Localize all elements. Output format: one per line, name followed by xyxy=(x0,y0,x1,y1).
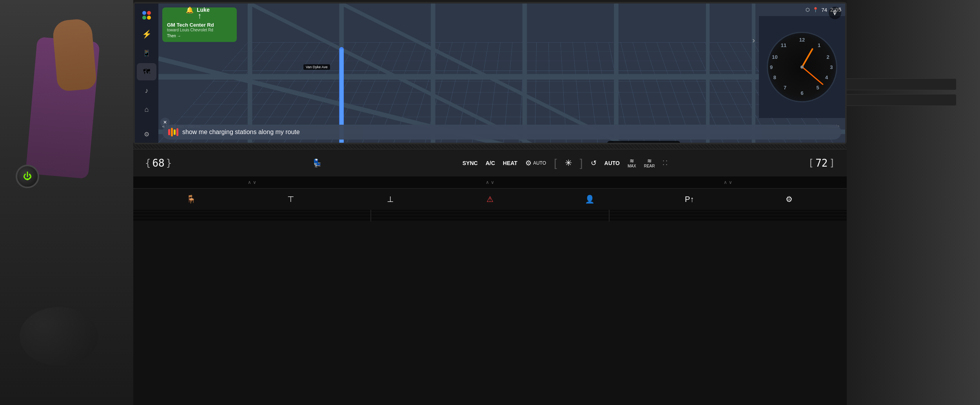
adjust-icon-2: ⊥ xyxy=(387,194,394,204)
climate-bracket-separator2: ] xyxy=(580,157,583,169)
panel-btn-3[interactable]: ⊥ xyxy=(381,191,400,207)
vent-up-right: ∧ xyxy=(724,180,727,185)
analog-clock: 12 1 2 3 4 5 6 xyxy=(767,32,837,102)
sidebar-item-home[interactable]: ⌂ xyxy=(137,101,156,118)
map-expand-chevron[interactable]: › xyxy=(752,36,755,45)
sidebar-item-ev[interactable]: ⚡ xyxy=(137,25,156,43)
defrost-rear-area[interactable]: ≋ REAR xyxy=(644,158,655,168)
infotainment-screen: ⚡ 📱 🗺 ♪ ⌂ xyxy=(135,4,845,143)
sync-button[interactable]: SYNC xyxy=(463,160,478,166)
car-interior: ⏻ xyxy=(0,0,980,405)
bottom-vents xyxy=(133,210,847,222)
config-icon: ⚙ xyxy=(786,194,793,204)
hazard-button[interactable]: ⚠ xyxy=(480,191,500,207)
climate-bracket-separator: [ xyxy=(554,157,557,169)
clock-num-9: 9 xyxy=(770,64,773,70)
fan-speed-icon: ⚙ xyxy=(525,159,532,167)
close-icon: ✕ xyxy=(163,120,167,125)
driver-temp-bracket-right: } xyxy=(166,158,172,169)
vent-tab-right xyxy=(610,210,847,222)
vent-up-center: ∧ xyxy=(486,180,489,185)
clock-minute-hand xyxy=(802,67,824,85)
vent-tab-center xyxy=(371,210,609,222)
fan-icon[interactable]: ✳ xyxy=(565,158,572,168)
adjust-icon-1: ⊤ xyxy=(287,194,294,204)
clock-hour-hand xyxy=(801,48,813,67)
panel-btn-5[interactable]: 👤 xyxy=(580,191,599,207)
below-screen: { 68 } 💺 SYNC A/C HEAT xyxy=(133,144,847,405)
button-panel: 🪑 ⊤ ⊥ ⚠ 👤 P↑ ⚙ xyxy=(133,188,847,210)
passenger-temp-area: [ 72 ] xyxy=(808,157,835,169)
clock-num-7: 7 xyxy=(784,85,786,91)
clock-face: 12 1 2 3 4 5 6 xyxy=(767,32,837,102)
clock-center-dot xyxy=(800,65,804,69)
vent-tab-left xyxy=(133,210,371,222)
voice-wave-icon xyxy=(168,128,178,136)
clock-num-5: 5 xyxy=(816,85,819,91)
clock-num-3: 3 xyxy=(830,64,833,70)
nav-then: Then → xyxy=(167,34,232,38)
sidebar-item-phone[interactable]: 📱 xyxy=(137,44,156,62)
clock-num-4: 4 xyxy=(825,74,828,80)
panel-btn-2[interactable]: ⊤ xyxy=(281,191,300,207)
clock-num-2: 2 xyxy=(826,54,829,60)
settings-icon: ⚙ xyxy=(144,131,149,138)
hand xyxy=(52,18,97,92)
power-button[interactable]: ⏻ xyxy=(16,165,39,188)
vent-arrows-center[interactable]: ∧ ∨ xyxy=(486,180,494,185)
recirculate-icon[interactable]: ↺ xyxy=(591,159,597,167)
clock-num-11: 11 xyxy=(781,42,786,48)
user-name: Luke xyxy=(197,7,210,13)
voice-assistant-bar[interactable]: show me charging stations along my route xyxy=(162,125,841,140)
sidebar-item-google-assistant[interactable] xyxy=(137,7,156,24)
mic-button[interactable]: 🎙 xyxy=(829,7,841,19)
maps-icon: 🗺 xyxy=(143,68,150,76)
park-icon: P↑ xyxy=(685,195,694,204)
driver-temp-bracket-left: { xyxy=(145,158,151,169)
panel-btn-7[interactable]: ⚙ xyxy=(779,191,799,207)
hazard-icon: ⚠ xyxy=(486,194,494,204)
left-interior: ⏻ xyxy=(0,0,149,405)
auto-button[interactable]: AUTO xyxy=(604,160,620,166)
bluetooth-icon: ⬡ xyxy=(806,7,809,13)
status-bar: 🔔 Luke ⬡ 📍 74 2:05 xyxy=(182,4,845,16)
carbon-strip xyxy=(133,144,847,149)
home-icon: ⌂ xyxy=(145,105,149,114)
sidebar-item-music[interactable]: ♪ xyxy=(137,82,156,99)
panel-btn-6[interactable]: P↑ xyxy=(680,191,699,207)
nav-street: GM Tech Center Rd xyxy=(167,22,232,28)
auto-label: AUTO xyxy=(533,160,546,166)
voice-query-text: show me charging stations along my route xyxy=(182,129,835,136)
climate-controls: SYNC A/C HEAT ⚙ AUTO [ xyxy=(463,157,668,169)
climate-bar: { 68 } 💺 SYNC A/C HEAT xyxy=(133,149,847,176)
map-background: EV Charging Station xyxy=(158,4,845,143)
heat-button[interactable]: HEAT xyxy=(503,160,517,166)
map-area: 🔔 Luke ⬡ 📍 74 2:05 xyxy=(158,4,845,143)
clock-num-6: 6 xyxy=(800,90,803,96)
vent-up-left: ∧ xyxy=(248,180,251,185)
seat-heat-icon[interactable]: 💺 xyxy=(312,158,322,168)
nav-toward: toward Louis Chevrolet Rd xyxy=(167,28,232,32)
sidebar-item-settings[interactable]: ⚙ xyxy=(137,125,156,143)
defrost-rear-icon: ≋ xyxy=(647,158,652,164)
clock-num-10: 10 xyxy=(772,54,777,60)
phone-icon: 📱 xyxy=(143,49,151,57)
passenger-temp-value: 72 xyxy=(815,157,828,169)
van-dyke-label: Van Dyke Ave xyxy=(303,64,330,70)
max-label: MAX xyxy=(628,164,636,168)
driver-temp-value: 68 xyxy=(152,157,164,169)
nav-sidebar: ⚡ 📱 🗺 ♪ ⌂ xyxy=(135,4,158,143)
right-interior xyxy=(831,0,980,405)
ac-button[interactable]: A/C xyxy=(486,160,495,166)
panel-btn-1[interactable]: 🪑 xyxy=(181,191,201,207)
vent-arrows-right[interactable]: ∧ ∨ xyxy=(724,180,732,185)
vent-row: ∧ ∨ ∧ ∨ ∧ ∨ xyxy=(133,176,847,188)
sidebar-item-maps[interactable]: 🗺 xyxy=(137,63,156,80)
defrost-front-area[interactable]: ≋ MAX xyxy=(628,158,636,168)
vent-down-right: ∨ xyxy=(729,180,732,185)
clock-num-12: 12 xyxy=(799,37,805,43)
nav-then-text: Then → xyxy=(167,34,181,38)
ev-charge-icon: ⚡ xyxy=(142,29,152,39)
clock-num-8: 8 xyxy=(773,74,776,80)
vent-arrows-left[interactable]: ∧ ∨ xyxy=(248,180,256,185)
